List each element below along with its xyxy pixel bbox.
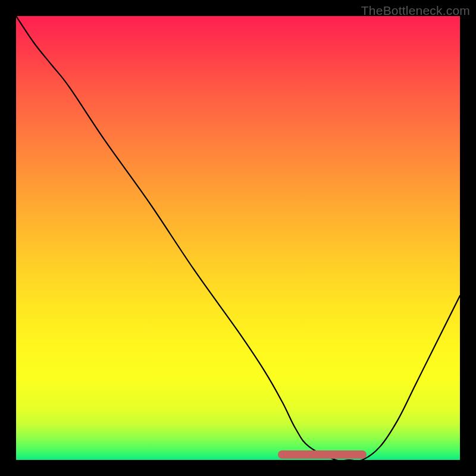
optimal-range-highlight — [278, 450, 367, 459]
chart-plot-area — [16, 16, 460, 460]
watermark-label: TheBottleneck.com — [361, 4, 470, 18]
chart-svg — [16, 16, 460, 460]
bottleneck-curve-line — [16, 16, 460, 460]
